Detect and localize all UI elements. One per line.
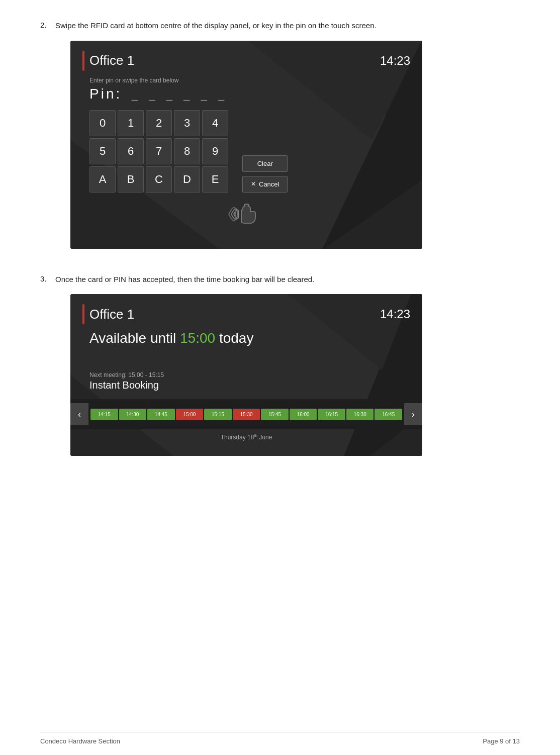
keypad-grid[interactable]: 0 1 2 3 4 5 6 7 8 9 A B C xyxy=(89,110,228,193)
cancel-button[interactable]: ✕ Cancel xyxy=(242,176,288,193)
available-panel: Office 1 14:23 Available until 15:00 tod… xyxy=(70,294,422,456)
key-8[interactable]: 8 xyxy=(174,138,200,164)
available-panel-time: 14:23 xyxy=(380,307,410,321)
pin-panel: Office 1 14:23 Enter pin or swipe the ca… xyxy=(70,41,422,249)
time-slot-1515[interactable]: 15:15 xyxy=(204,409,232,420)
accent-bar-2 xyxy=(82,304,84,324)
accent-bar xyxy=(82,51,84,71)
available-title-row: Office 1 xyxy=(82,304,134,324)
key-B[interactable]: B xyxy=(118,166,144,193)
key-2[interactable]: 2 xyxy=(146,110,172,136)
key-6[interactable]: 6 xyxy=(118,138,144,164)
panel-time: 14:23 xyxy=(380,54,410,68)
panel-title-row: Office 1 xyxy=(82,51,134,71)
step-2-number: 2. xyxy=(40,20,55,249)
keypad-area: 0 1 2 3 4 5 6 7 8 9 A B C xyxy=(89,110,410,193)
step-3-container: 3. Once the card or PIN has accepted, th… xyxy=(40,274,520,456)
key-A[interactable]: A xyxy=(89,166,116,193)
available-panel-header: Office 1 14:23 xyxy=(82,304,410,324)
action-buttons: Clear ✕ Cancel xyxy=(242,110,288,193)
panel-inner: Office 1 14:23 Enter pin or swipe the ca… xyxy=(70,41,422,249)
pin-subtitle: Enter pin or swipe the card below xyxy=(89,77,410,84)
x-icon: ✕ xyxy=(251,180,256,187)
step-3-number: 3. xyxy=(40,274,55,456)
step-3-description: Once the card or PIN has accepted, then … xyxy=(55,274,520,286)
key-4[interactable]: 4 xyxy=(202,110,228,136)
panel-title: Office 1 xyxy=(89,53,134,68)
time-slot-1430[interactable]: 14:30 xyxy=(119,409,147,420)
rfid-icon xyxy=(226,201,266,233)
time-slot-1545[interactable]: 15:45 xyxy=(261,409,289,420)
clear-button[interactable]: Clear xyxy=(242,155,288,172)
time-slot-1615[interactable]: 16:15 xyxy=(318,409,345,420)
step-2-container: 2. Swipe the RFID card at bottom centre … xyxy=(40,20,520,249)
instant-booking-text: Instant Booking xyxy=(89,380,410,391)
time-slot-1630[interactable]: 16:30 xyxy=(346,409,374,420)
available-panel-title: Office 1 xyxy=(89,307,134,322)
page-footer: Condeco Hardware Section Page 9 of 13 xyxy=(40,732,520,745)
time-next-button[interactable]: › xyxy=(404,403,422,425)
key-5[interactable]: 5 xyxy=(89,138,116,164)
key-D[interactable]: D xyxy=(174,166,200,193)
panel-header: Office 1 14:23 xyxy=(82,51,410,71)
key-7[interactable]: 7 xyxy=(146,138,172,164)
pin-display: Pin: _ _ _ _ _ _ xyxy=(89,86,410,102)
time-prev-button[interactable]: ‹ xyxy=(70,403,88,425)
available-panel-inner: Office 1 14:23 Available until 15:00 tod… xyxy=(70,294,422,456)
time-slot-1645[interactable]: 16:45 xyxy=(375,409,402,420)
key-0[interactable]: 0 xyxy=(89,110,116,136)
time-slots: 14:15 14:30 14:45 15:00 15:15 15:30 15:4… xyxy=(88,409,404,420)
footer-left: Condeco Hardware Section xyxy=(40,737,120,745)
time-slot-1500[interactable]: 15:00 xyxy=(176,409,204,420)
step-2-description: Swipe the RFID card at bottom centre of … xyxy=(55,20,520,32)
key-9[interactable]: 9 xyxy=(202,138,228,164)
time-slot-1530[interactable]: 15:30 xyxy=(233,409,260,420)
next-meeting-label: Next meeting: 15:00 - 15:15 xyxy=(89,371,410,379)
step-2-content: Swipe the RFID card at bottom centre of … xyxy=(55,20,520,249)
step-3-content: Once the card or PIN has accepted, then … xyxy=(55,274,520,456)
time-slot-1415[interactable]: 14:15 xyxy=(90,409,118,420)
time-date-label: Thursday 18th June xyxy=(82,433,410,441)
footer-right: Page 9 of 13 xyxy=(483,737,520,745)
key-C[interactable]: C xyxy=(146,166,172,193)
time-slot-1600[interactable]: 16:00 xyxy=(290,409,317,420)
time-slot-1445[interactable]: 14:45 xyxy=(147,409,175,420)
time-booking-bar: ‹ 14:15 14:30 14:45 15:00 15:15 15:30 15… xyxy=(70,399,422,429)
available-text: Available until 15:00 today xyxy=(89,330,410,346)
key-1[interactable]: 1 xyxy=(118,110,144,136)
key-E[interactable]: E xyxy=(202,166,228,193)
rfid-area xyxy=(82,201,410,237)
key-3[interactable]: 3 xyxy=(174,110,200,136)
